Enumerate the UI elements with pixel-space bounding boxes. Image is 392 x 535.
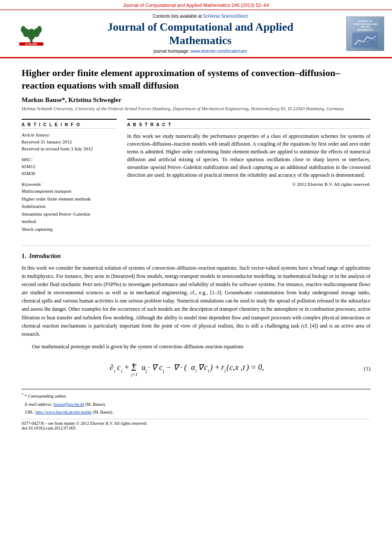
svg-text:− ∇ · (: − ∇ · ( xyxy=(166,363,187,372)
footer-doi: doi:10.1016/j.cam.2012.07.005 xyxy=(22,426,370,430)
keyword-5: Shock capturing xyxy=(22,226,117,233)
sciverse-text: Contents lists available at SciVerse Sci… xyxy=(57,14,344,19)
svg-text:· ∇: · ∇ xyxy=(148,363,159,372)
svg-text:i: i xyxy=(208,368,209,373)
msc1: 65M12 xyxy=(22,163,117,170)
citation-bar: Journal of Computational and Applied Mat… xyxy=(0,0,392,10)
two-col-section: A R T I C L E I N F O Article history: R… xyxy=(22,119,370,238)
journal-homepage: journal homepage: www.elsevier.com/locat… xyxy=(57,49,344,54)
journal-thumbnail: JOURNAL OFCOMPUTATIONAL ANDAPPLIEDMATHEM… xyxy=(346,16,384,51)
journal-thumb-chart-icon xyxy=(352,32,378,48)
article-affiliation: Helmut Schmidt University, University of… xyxy=(22,105,370,112)
keyword-2: Higher order finite element methods xyxy=(22,195,117,203)
received-date: Received 31 January 2012 xyxy=(22,138,117,146)
svg-text:∂: ∂ xyxy=(110,363,114,372)
svg-text:) +: ) + xyxy=(210,363,220,372)
svg-text:Σ: Σ xyxy=(131,363,137,373)
svg-text:) = 0,: ) = 0, xyxy=(246,363,264,372)
url-note: URL: http://www.hsu-hh.de/mb-mathe (M. B… xyxy=(22,409,370,415)
author-email-link[interactable]: bause@hsu-hh.de xyxy=(54,402,84,407)
svg-text:t: t xyxy=(243,363,245,372)
svg-text:i: i xyxy=(121,368,122,373)
main-content: Higher order finite element approximatio… xyxy=(0,58,392,439)
keyword-4: Streamline upwind Petrov–Galerkinmethod xyxy=(22,210,117,226)
intro-paragraph-2: Our mathematical prototype model is give… xyxy=(22,343,370,351)
svg-text:c: c xyxy=(204,363,207,372)
msc-group: MSC: 65M12 65M30 xyxy=(22,157,117,177)
homepage-link[interactable]: www.elsevier.com/locate/cam xyxy=(191,49,247,54)
keywords-group: Keywords: Multicomponent transport Highe… xyxy=(22,182,117,233)
footer-bottom: 0377-0427/$ – see front matter © 2012 El… xyxy=(22,419,370,430)
svg-text:ELSEVIER: ELSEVIER xyxy=(25,43,37,45)
elsevier-tree-icon: ELSEVIER xyxy=(17,22,45,46)
footer-area: * * Corresponding author. E-mail address… xyxy=(22,389,370,430)
received-revised-date: Received in revised form 3 July 2012 xyxy=(22,145,117,153)
svg-text:i: i xyxy=(224,368,226,373)
svg-text:u: u xyxy=(142,363,146,372)
article-title: Higher order finite element approximatio… xyxy=(22,67,370,92)
svg-text:c: c xyxy=(229,363,233,372)
keywords-label: Keywords: xyxy=(22,182,117,187)
svg-text:,: , xyxy=(241,363,243,372)
email-note: E-mail address: bause@hsu-hh.de (M. Baus… xyxy=(22,401,370,408)
svg-text:i: i xyxy=(195,368,197,373)
author-url-link[interactable]: http://www.hsu-hh.de/mb-mathe xyxy=(35,410,92,414)
msc2: 65M30 xyxy=(22,170,117,177)
svg-text:α: α xyxy=(191,363,195,372)
history-group: Article history: Received 31 January 201… xyxy=(22,132,117,153)
history-label: Article history: xyxy=(22,132,117,137)
intro-paragraph-1: In this work we consider the numerical s… xyxy=(22,264,370,339)
citation-text: Journal of Computational and Applied Mat… xyxy=(123,3,269,8)
keyword-3: Stabilization xyxy=(22,203,117,210)
svg-text:c: c xyxy=(159,363,163,372)
footer-license: 0377-0427/$ – see front matter © 2012 El… xyxy=(22,421,370,426)
abstract-label: A B S T R A C T xyxy=(127,122,370,129)
section-divider xyxy=(22,245,370,246)
svg-text:j=1: j=1 xyxy=(131,372,138,377)
equation-content: ∂ t c i + m Σ j=1 u j · ∇ c j − ∇ · ( α … xyxy=(105,357,287,380)
abstract-panel: A B S T R A C T In this work we study nu… xyxy=(127,119,370,238)
svg-text:+: + xyxy=(124,363,129,372)
abstract-text: In this work we study numerically the pe… xyxy=(127,132,370,179)
svg-text:c: c xyxy=(117,363,121,372)
equation-1: ∂ t c i + m Σ j=1 u j · ∇ c j − ∇ · ( α … xyxy=(22,357,370,380)
abstract-copyright: © 2012 Elsevier B.V. All rights reserved… xyxy=(127,182,370,187)
article-info-panel: A R T I C L E I N F O Article history: R… xyxy=(22,119,117,238)
journal-thumbnail-area: JOURNAL OFCOMPUTATIONAL ANDAPPLIEDMATHEM… xyxy=(344,16,387,51)
journal-name: Journal of Computational and Applied Mat… xyxy=(57,20,344,47)
svg-text:,: , xyxy=(233,363,235,372)
keyword-1: Multicomponent transport xyxy=(22,188,117,195)
elsevier-logo-area: ELSEVIER xyxy=(5,22,57,46)
svg-point-4 xyxy=(21,26,25,33)
sciverse-link[interactable]: SciVerse ScienceDirect xyxy=(203,14,248,19)
intro-heading: 1. Introduction xyxy=(22,253,370,260)
equation-svg: ∂ t c i + m Σ j=1 u j · ∇ c j − ∇ · ( α … xyxy=(105,357,287,379)
svg-text:(: ( xyxy=(226,363,229,372)
corresponding-author-note: * * Corresponding author. xyxy=(22,392,370,399)
journal-title-area: Contents lists available at SciVerse Sci… xyxy=(57,14,344,54)
svg-point-5 xyxy=(37,26,41,33)
article-authors: Markus Bause*, Kristina Schwegler xyxy=(22,96,370,104)
svg-text:t: t xyxy=(114,368,116,373)
article-info-label: A R T I C L E I N F O xyxy=(22,122,117,129)
msc-label: MSC: xyxy=(22,157,117,162)
svg-text:x: x xyxy=(235,363,239,372)
svg-rect-8 xyxy=(352,32,378,48)
equation-number: (1) xyxy=(364,365,370,372)
journal-header: ELSEVIER Contents lists available at Sci… xyxy=(0,10,392,58)
